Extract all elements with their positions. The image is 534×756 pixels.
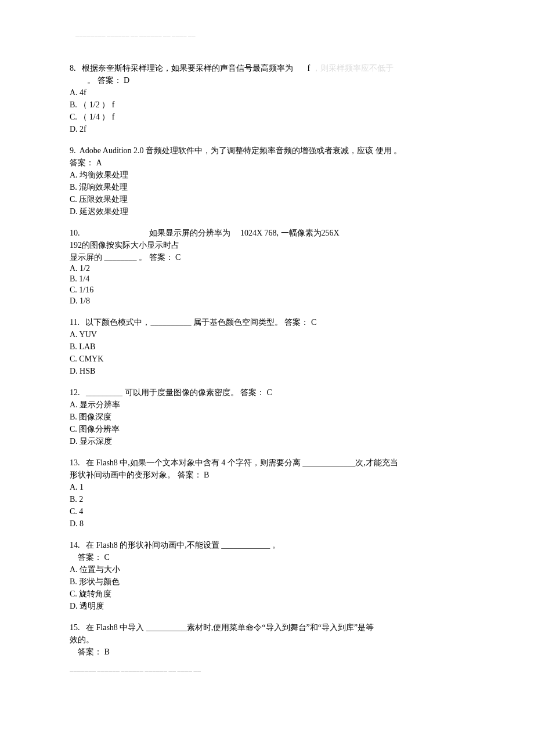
q11-num: 11. [70, 318, 80, 327]
q12-opt-a: A. 显示分辨率 [70, 399, 464, 411]
q15-answer: 答案： B [78, 648, 110, 656]
q14-text: 在 Flash8 的形状补间动画中,不能设置 ____________ 。 [86, 541, 280, 549]
q9-opt-c: C. 压限效果处理 [70, 193, 464, 205]
q13-opt-d: D. 8 [70, 518, 464, 530]
q14-opt-b: B. 形状与颜色 [70, 576, 464, 588]
footer-watermark: ——————— —————— —————— —————— —— ———— —— [70, 670, 464, 674]
question-13: 13. 在 Flash8 中,如果一个文本对象中含有 4 个字符，则需要分离 _… [70, 457, 464, 530]
q11-text: 以下颜色模式中，__________ 属于基色颜色空间类型。 答案： C [85, 318, 316, 327]
q8-opt-a: A. 4f [70, 86, 464, 99]
q13-opt-a: A. 1 [70, 481, 464, 493]
q11-opt-b: B. LAB [70, 341, 464, 353]
question-10: 10. 如果显示屏的分辨率为 1024X 768, 一幅像素为256X 192的… [70, 227, 464, 308]
q8-opt-c: C. （ 1/4 ） f [70, 111, 464, 123]
q9-num: 9. [70, 146, 76, 155]
q14-answer: 答案： C [78, 553, 110, 562]
q9-opt-a: A. 均衡效果处理 [70, 169, 464, 181]
q13-text-a: 在 Flash8 中,如果一个文本对象中含有 4 个字符，则需要分离 _____… [86, 458, 398, 467]
q8-trailing: ，则采样频率应不低于 [312, 64, 394, 73]
q15-num: 15. [70, 623, 80, 632]
q8-text-b: f [308, 64, 311, 73]
q13-text-b: 形状补间动画中的变形对象。 答案： B [70, 469, 464, 481]
q14-opt-d: D. 透明度 [70, 600, 464, 612]
q8-text-c: 。 答案： D [87, 76, 129, 85]
q11-opt-a: A. YUV [70, 328, 464, 341]
q13-num: 13. [70, 458, 80, 467]
q10-text-d: 显示屏的 ________ 。 答案： C [70, 251, 464, 263]
q14-opt-c: C. 旋转角度 [70, 588, 464, 600]
q10-opt-a: A. 1/2 [70, 263, 464, 274]
q8-opt-b: B. （ 1/2 ） f [70, 99, 464, 111]
q10-opt-b: B. 1/4 [70, 274, 464, 285]
q12-opt-d: D. 显示深度 [70, 435, 464, 447]
question-15: 15. 在 Flash8 中导入 __________素材时,使用菜单命令“导入… [70, 621, 464, 658]
q14-num: 14. [70, 541, 80, 549]
q9-answer: 答案： A [70, 157, 464, 169]
q10-text-b: 1024X 768, 一幅像素为256X [240, 229, 340, 237]
q12-opt-c: C. 图像分辨率 [70, 423, 464, 435]
q12-num: 12. [70, 388, 80, 397]
question-8: 8. 根据奈奎斯特采样理论，如果要采样的声音信号最高频率为 f ，则采样频率应不… [70, 62, 464, 135]
q11-opt-d: D. HSB [70, 365, 464, 377]
question-9: 9. Adobe Audition 2.0 音频处理软件中，为了调整特定频率音频… [70, 144, 464, 218]
q10-opt-c: C. 1/16 [70, 285, 464, 296]
q12-text: _________ 可以用于度量图像的像素密度。 答案： C [86, 388, 272, 397]
header-watermark: ———————— —————— —— —————— —— ———— —— [75, 35, 464, 39]
question-12: 12. _________ 可以用于度量图像的像素密度。 答案： C A. 显示… [70, 386, 464, 447]
q10-text-c: 192的图像按实际大小显示时占 [70, 239, 464, 251]
q13-opt-b: B. 2 [70, 493, 464, 505]
q9-opt-d: D. 延迟效果处理 [70, 205, 464, 218]
q9-opt-b: B. 混响效果处理 [70, 181, 464, 193]
q8-num: 8. [70, 64, 76, 73]
question-14: 14. 在 Flash8 的形状补间动画中,不能设置 ____________ … [70, 539, 464, 612]
q8-text-a: 根据奈奎斯特采样理论，如果要采样的声音信号最高频率为 [82, 64, 293, 73]
q13-opt-c: C. 4 [70, 505, 464, 518]
q14-opt-a: A. 位置与大小 [70, 563, 464, 576]
q8-opt-d: D. 2f [70, 123, 464, 135]
q15-text-b: 效的。 [70, 634, 464, 646]
q15-text-a: 在 Flash8 中导入 __________素材时,使用菜单命令“导入到舞台”… [86, 623, 374, 632]
q10-num: 10. [70, 229, 80, 237]
q10-text-a: 如果显示屏的分辨率为 [149, 229, 230, 237]
question-11: 11. 以下颜色模式中，__________ 属于基色颜色空间类型。 答案： C… [70, 316, 464, 377]
q10-opt-d: D. 1/8 [70, 296, 464, 307]
q12-opt-b: B. 图像深度 [70, 411, 464, 423]
document-page: ———————— —————— —— —————— —— ———— —— 8. … [0, 0, 534, 756]
q11-opt-c: C. CMYK [70, 353, 464, 365]
q9-text: Adobe Audition 2.0 音频处理软件中，为了调整特定频率音频的增强… [80, 146, 402, 155]
